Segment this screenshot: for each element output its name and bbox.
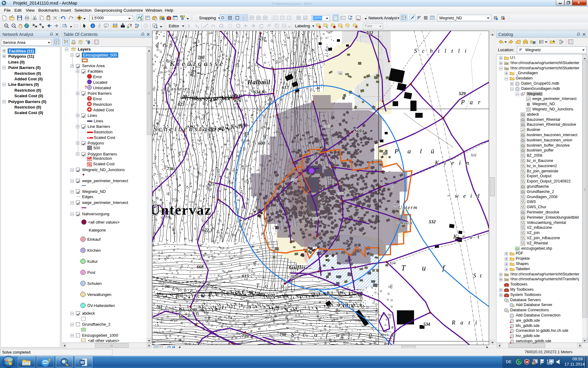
svg-text:627: 627 <box>208 182 215 186</box>
svg-text:554: 554 <box>291 177 297 182</box>
svg-text:Untervaz: Untervaz <box>152 202 211 218</box>
svg-text:i: i <box>92 24 93 28</box>
svg-text:K l e i n: K l e i n <box>435 159 471 166</box>
svg-text:Guflis: Guflis <box>289 264 306 270</box>
svg-text:622.3: 622.3 <box>202 228 213 232</box>
svg-text:553.8: 553.8 <box>338 191 347 196</box>
svg-text:546: 546 <box>337 70 343 75</box>
svg-text:~ w e i d: ~ w e i d <box>447 193 481 199</box>
svg-text:Sala: Sala <box>354 127 364 134</box>
svg-text:M: M <box>525 360 528 364</box>
svg-text:570: 570 <box>292 274 299 279</box>
svg-text:720: 720 <box>242 333 249 338</box>
svg-text:W: W <box>80 360 84 365</box>
svg-text:~Rain: ~Rain <box>397 220 413 226</box>
svg-text:600: 600 <box>268 293 275 298</box>
svg-text:P a r: P a r <box>461 99 482 105</box>
svg-text:Halbmil: Halbmil <box>247 79 270 86</box>
svg-text:780: 780 <box>198 55 205 60</box>
svg-text:615: 615 <box>242 274 249 278</box>
svg-text:534: 534 <box>390 261 396 265</box>
svg-text:532: 532 <box>366 31 373 35</box>
svg-text:529: 529 <box>459 91 466 96</box>
svg-text:S t: S t <box>473 272 483 279</box>
svg-text:K r a t: K r a t <box>453 233 481 240</box>
svg-text:531: 531 <box>471 153 477 157</box>
svg-text:P a l ü: P a l ü <box>394 147 438 155</box>
svg-text:736: 736 <box>167 166 174 171</box>
svg-text:545: 545 <box>325 124 331 128</box>
svg-text:E: E <box>244 131 248 138</box>
svg-text:T o l a: T o l a <box>256 282 286 289</box>
svg-text:T u f: T u f <box>401 264 452 272</box>
svg-text:d e n: d e n <box>156 41 174 48</box>
svg-text:564: 564 <box>312 216 318 220</box>
svg-text:R a t i: R a t i <box>451 319 479 326</box>
svg-text:790: 790 <box>279 332 286 337</box>
svg-text:Laubries: Laubries <box>167 86 190 92</box>
svg-text:Scheibenstab: Scheibenstab <box>153 125 214 133</box>
svg-text:?: ? <box>88 97 90 101</box>
svg-text:i: i <box>348 26 349 29</box>
svg-text:S c h i l t l i: S c h i l t l i <box>414 48 468 54</box>
svg-text:A: A <box>197 26 199 29</box>
svg-text:S c a f a l j o n a: S c a f a l j o n a <box>291 331 399 338</box>
svg-text:617: 617 <box>282 85 289 90</box>
svg-text:XY: XY <box>135 26 138 29</box>
svg-text:g: g <box>263 132 266 139</box>
svg-text:637: 637 <box>259 36 266 41</box>
svg-text:532: 532 <box>429 219 436 224</box>
svg-text:i: i <box>496 18 497 20</box>
svg-text:668: 668 <box>197 264 204 269</box>
svg-text:600: 600 <box>258 141 265 146</box>
svg-text:676: 676 <box>234 98 241 103</box>
svg-text:Unterm: Unterm <box>398 205 418 210</box>
svg-text:534: 534 <box>423 322 430 327</box>
svg-text:Kreuzgasse: Kreuzgasse <box>170 59 225 67</box>
svg-text:823: 823 <box>178 102 185 107</box>
svg-text:761: 761 <box>156 305 163 309</box>
